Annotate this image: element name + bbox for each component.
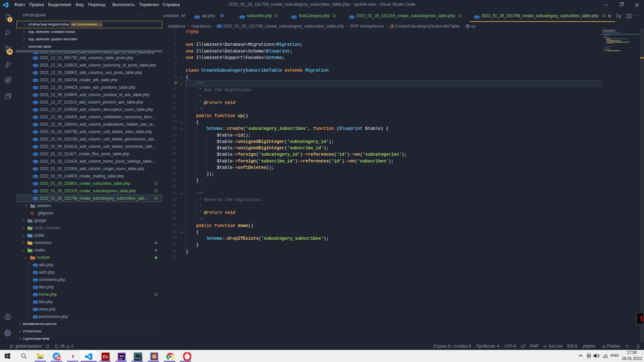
svg-text:php: php xyxy=(33,190,37,192)
svg-text:php: php xyxy=(33,57,37,59)
svg-text:php: php xyxy=(195,16,199,18)
svg-text:php: php xyxy=(33,279,37,281)
svg-text:php: php xyxy=(33,138,37,140)
svg-text:php: php xyxy=(292,16,296,18)
svg-text:php: php xyxy=(217,25,222,27)
svg-text:php: php xyxy=(33,87,37,89)
svg-text:php: php xyxy=(33,183,37,185)
svg-text:Fz: Fz xyxy=(103,354,108,359)
svg-text:php: php xyxy=(33,153,37,155)
svg-text:PS: PS xyxy=(120,355,124,358)
svg-text:php: php xyxy=(33,198,37,200)
svg-text:php: php xyxy=(33,161,37,163)
svg-text:php: php xyxy=(350,16,354,18)
svg-text:php: php xyxy=(33,131,37,133)
svg-text:php: php xyxy=(33,102,37,104)
svg-text:php: php xyxy=(33,264,37,266)
svg-text:php: php xyxy=(475,16,479,18)
svg-text:php: php xyxy=(33,316,37,318)
svg-text:php: php xyxy=(33,72,37,74)
svg-text:php: php xyxy=(33,146,37,148)
svg-text:php: php xyxy=(33,309,37,311)
svg-text:php: php xyxy=(33,79,37,81)
svg-text:86: 86 xyxy=(57,356,60,360)
svg-text:php: php xyxy=(33,109,37,111)
svg-text:php: php xyxy=(33,168,37,170)
svg-text:php: php xyxy=(33,286,37,288)
svg-text:php: php xyxy=(33,124,37,126)
svg-text:php: php xyxy=(33,94,37,96)
svg-text:php: php xyxy=(240,16,244,18)
svg-text:php: php xyxy=(33,175,37,177)
svg-text:C: C xyxy=(139,357,140,360)
svg-text:php: php xyxy=(33,65,37,67)
svg-text:php: php xyxy=(33,272,37,274)
svg-text:php: php xyxy=(33,294,37,296)
svg-text:Y: Y xyxy=(71,354,75,359)
svg-text:php: php xyxy=(33,116,37,118)
svg-text:php: php xyxy=(33,301,37,303)
